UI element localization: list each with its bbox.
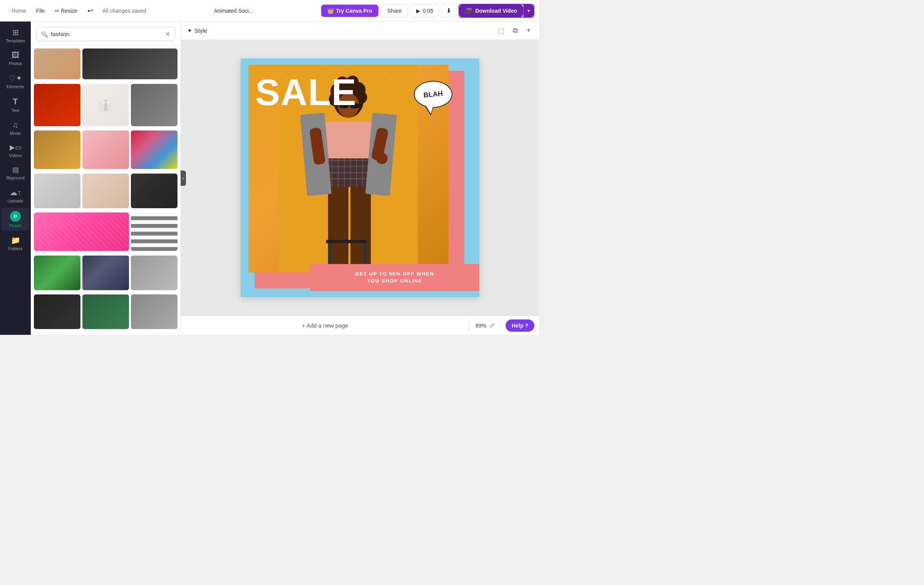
photo-item[interactable]: [131, 84, 177, 126]
clear-search-button[interactable]: ✕: [165, 30, 170, 38]
play-button[interactable]: ▶ 0:05: [410, 4, 439, 17]
sidebar-label-videos: Videos: [9, 153, 22, 158]
sidebar-item-pexels[interactable]: P Pexels: [2, 208, 29, 231]
resize-icon: ⇔: [55, 8, 59, 13]
add-element-button[interactable]: +: [524, 25, 533, 37]
photo-item[interactable]: [82, 174, 129, 208]
sidebar-item-folders[interactable]: 📁 Folders: [2, 232, 29, 254]
sidebar-item-elements[interactable]: ♡✦ Elements: [2, 70, 29, 92]
photo-grid: 👔: [31, 45, 181, 335]
photo-item[interactable]: 👔: [82, 84, 129, 126]
sidebar-label-uploads: Uploads: [8, 199, 23, 203]
photo-item[interactable]: [131, 256, 177, 290]
sidebar-item-background[interactable]: ▤ Bkground: [2, 162, 29, 183]
download-caret-button[interactable]: ▾: [523, 5, 534, 17]
home-label: Home: [12, 8, 26, 14]
expand-icon: ⤢: [489, 322, 494, 329]
style-text: Style: [194, 27, 207, 34]
sidebar-label-background: Bkground: [6, 176, 24, 180]
photo-item[interactable]: [34, 212, 129, 251]
photo-item[interactable]: [131, 174, 177, 208]
photo-item[interactable]: [82, 130, 129, 169]
add-page-button[interactable]: + Add a new page: [181, 318, 469, 333]
play-icon: ▶: [416, 8, 420, 14]
photo-item[interactable]: [34, 294, 80, 329]
frame-button[interactable]: ⬚: [495, 25, 507, 37]
blah-text: BLAH: [423, 89, 443, 99]
svg-rect-46: [326, 240, 367, 243]
svg-point-8: [372, 72, 373, 72]
photo-panel: 🔍 ✕ 👔: [31, 22, 181, 335]
file-button[interactable]: File: [32, 5, 49, 16]
music-icon: ♫: [13, 120, 18, 129]
photo-item[interactable]: [34, 174, 80, 208]
panel-collapse-button[interactable]: ‹: [181, 170, 186, 186]
bottom-bar: + Add a new page 69% ⤢ Help ?: [181, 316, 539, 335]
project-name: Animated Soci...: [214, 8, 253, 14]
bottom-banner: GET UP TO 50% OFF WHEN YOU SHOP ONLINE: [310, 264, 479, 291]
copy-button[interactable]: ⧉: [511, 25, 520, 37]
photo-item[interactable]: [131, 294, 177, 329]
help-button[interactable]: Help ?: [506, 319, 534, 332]
svg-rect-27: [323, 122, 373, 158]
try-pro-button[interactable]: 👑 Try Canva Pro: [321, 5, 378, 17]
speech-bubble: BLAH: [414, 81, 452, 108]
uploads-icon: ☁↑: [10, 188, 21, 197]
sidebar-label-pexels: Pexels: [9, 223, 22, 228]
sidebar: ⊞ Templates 🖼 Photos ♡✦ Elements T Text …: [0, 22, 31, 335]
sidebar-label-text: Text: [12, 108, 19, 113]
sidebar-item-uploads[interactable]: ☁↑ Uploads: [2, 185, 29, 206]
search-bar: 🔍 ✕: [31, 22, 181, 45]
zoom-level: 69%: [475, 323, 486, 329]
photo-item[interactable]: [131, 212, 177, 251]
toolbar-actions: ⬚ ⧉ +: [495, 25, 533, 37]
svg-point-7: [360, 75, 361, 77]
zoom-expand-button[interactable]: ⤢: [489, 322, 494, 329]
download-icon-button[interactable]: ⬇: [441, 3, 456, 18]
canvas-area: ✦ Style ⬚ ⧉ +: [181, 22, 539, 335]
svg-point-9: [385, 78, 386, 79]
plus-icon: +: [526, 27, 531, 34]
design-canvas[interactable]: SALE BLAH GET UP TO 50% OFF WHEN YOU SHO…: [241, 58, 479, 297]
sidebar-item-photos[interactable]: 🖼 Photos: [2, 48, 29, 69]
sale-text: SALE: [255, 74, 357, 111]
svg-point-4: [323, 69, 324, 69]
sidebar-item-videos[interactable]: ▶▭ Videos: [2, 140, 29, 161]
play-time: 0:05: [423, 8, 433, 14]
photo-item[interactable]: [34, 84, 80, 126]
copy-icon: ⧉: [513, 27, 518, 34]
resize-button[interactable]: ⇔ Resize: [51, 5, 81, 16]
download-video-button[interactable]: 🎬 Download Video: [459, 5, 523, 17]
style-toolbar: ✦ Style ⬚ ⧉ +: [181, 22, 539, 40]
elements-icon: ♡✦: [9, 74, 22, 83]
home-button[interactable]: ‹ Home: [5, 5, 30, 16]
video-icon: 🎬: [465, 8, 472, 14]
sidebar-item-text[interactable]: T Text: [2, 94, 29, 116]
share-button[interactable]: Share: [381, 4, 408, 17]
photo-item[interactable]: [82, 294, 129, 329]
photo-item[interactable]: [82, 48, 177, 79]
zoom-control: 69% ⤢: [469, 322, 501, 329]
photo-item[interactable]: [34, 256, 80, 290]
sidebar-item-templates[interactable]: ⊞ Templates: [2, 25, 29, 46]
style-label: ✦ Style: [187, 27, 207, 34]
download-video-label: Download Video: [475, 8, 517, 14]
templates-icon: ⊞: [12, 28, 19, 37]
share-label: Share: [387, 8, 402, 14]
frame-icon: ⬚: [498, 27, 504, 35]
photo-item[interactable]: [82, 256, 129, 290]
chevron-left-icon: ‹: [8, 8, 10, 13]
sidebar-label-photos: Photos: [9, 61, 22, 66]
svg-point-11: [409, 73, 410, 74]
canvas-container: SALE BLAH GET UP TO 50% OFF WHEN YOU SHO…: [181, 40, 539, 316]
help-label: Help ?: [512, 323, 528, 329]
photo-item[interactable]: [34, 130, 80, 169]
photo-item[interactable]: [131, 130, 177, 169]
undo-button[interactable]: ↩: [84, 4, 97, 17]
search-input[interactable]: [51, 31, 162, 37]
download-video-group: 🎬 Download Video ▾: [459, 4, 534, 18]
background-icon: ▤: [12, 165, 19, 174]
sidebar-item-music[interactable]: ♫ Music: [2, 117, 29, 139]
topbar: ‹ Home File ⇔ Resize ↩ All changes saved…: [0, 0, 539, 22]
photo-item[interactable]: [34, 48, 80, 79]
